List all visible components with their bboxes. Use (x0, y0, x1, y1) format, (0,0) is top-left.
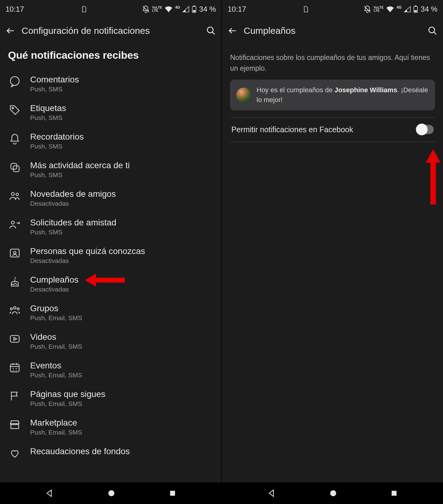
status-bar: 10:17 VoLTELTE 4G 34 % (0, 0, 222, 18)
svg-point-4 (10, 77, 19, 85)
row-marketplace[interactable]: MarketplacePush, Email, SMS (8, 412, 214, 441)
svg-rect-25 (392, 491, 397, 496)
avatar (236, 88, 251, 102)
row-recordatorios[interactable]: RecordatoriosPush, SMS (8, 126, 214, 155)
content: Qué notificaciones recibes ComentariosPu… (0, 43, 222, 482)
row-title: Solicitudes de amistad (30, 217, 214, 228)
nav-home-icon[interactable] (107, 489, 115, 497)
row-videos[interactable]: VideosPush, Email, SMS (8, 327, 214, 355)
status-time: 10:17 (228, 5, 246, 14)
svg-point-12 (14, 251, 16, 254)
page-title: Configuración de notificaciones (22, 26, 200, 36)
row-title: Cumpleaños (30, 274, 214, 285)
row-title: Videos (30, 331, 214, 342)
copy-icon (8, 161, 22, 174)
row-sub: Push, SMS (30, 85, 214, 93)
toggle-switch[interactable] (417, 125, 434, 134)
nav-recent-icon[interactable] (390, 490, 398, 497)
nav-bar (0, 482, 222, 504)
row-cumpleanos[interactable]: CumpleañosDesactivadas (8, 269, 214, 298)
memory-card-icon (81, 6, 87, 13)
memory-card-icon (303, 6, 309, 13)
row-sub: Push, Email, SMS (30, 343, 214, 350)
row-sub: Push, SMS (30, 171, 214, 179)
svg-point-8 (11, 192, 14, 196)
svg-point-14 (10, 308, 12, 310)
svg-rect-19 (170, 491, 175, 496)
row-sub: Desactivadas (30, 286, 214, 293)
svg-rect-16 (10, 335, 19, 342)
row-etiquetas[interactable]: EtiquetasPush, SMS (8, 98, 214, 126)
svg-rect-21 (415, 6, 417, 6)
row-eventos[interactable]: EventosPush, Email, SMS (8, 355, 214, 384)
svg-rect-11 (10, 249, 19, 257)
people-you-may-know-icon (8, 246, 22, 260)
search-icon[interactable] (206, 26, 216, 36)
signal-icon (404, 6, 411, 12)
header: Cumpleaños (222, 18, 443, 43)
row-title: Páginas que sigues (30, 389, 214, 399)
row-title: Eventos (30, 360, 214, 371)
row-sub: Push, Email, SMS (30, 429, 214, 436)
svg-point-10 (11, 221, 14, 224)
row-mas-actividad[interactable]: Más actividad acerca de tiPush, SMS (8, 155, 214, 184)
flag-icon (8, 389, 22, 403)
row-solicitudes-amistad[interactable]: Solicitudes de amistadPush, SMS (8, 212, 214, 241)
row-title: Recaudaciones de fondos (30, 446, 214, 457)
svg-rect-17 (10, 364, 19, 372)
toggle-allow-notifications[interactable]: Permitir notificaciones en Facebook (230, 117, 435, 142)
back-icon[interactable] (228, 26, 237, 36)
nav-back-icon[interactable] (45, 489, 54, 498)
screen-notification-settings: 10:17 VoLTELTE 4G 34 % (0, 0, 222, 504)
row-title: Recordatorios (30, 131, 214, 142)
search-icon[interactable] (428, 26, 437, 36)
signal-icon (182, 6, 189, 12)
header: Configuración de notificaciones (0, 18, 222, 43)
row-recaudaciones[interactable]: Recaudaciones de fondos (8, 441, 214, 465)
example-notification: Hoy es el cumpleaños de Josephine Willia… (230, 80, 435, 110)
row-comentarios[interactable]: ComentariosPush, SMS (8, 69, 214, 98)
svg-point-5 (12, 107, 14, 109)
description-text: Notificaciones sobre los cumpleaños de t… (230, 52, 435, 73)
svg-point-13 (14, 307, 16, 309)
row-sub: Desactivadas (30, 257, 214, 264)
svg-point-23 (429, 27, 435, 33)
battery-icon (413, 6, 418, 13)
status-bar: 10:17 VoLTELTE 4G 34 % (222, 0, 443, 18)
row-sub: Push, SMS (30, 114, 214, 121)
row-title: Marketplace (30, 417, 214, 428)
svg-point-3 (207, 27, 213, 33)
cake-icon (8, 275, 22, 288)
row-sub: Push, Email, SMS (30, 400, 214, 407)
section-title: Qué notificaciones recibes (8, 49, 214, 61)
row-title: Grupos (30, 303, 214, 314)
nav-recent-icon[interactable] (169, 490, 176, 497)
row-title: Novedades de amigos (30, 189, 214, 199)
friend-request-icon (8, 218, 22, 231)
row-personas-conozcas[interactable]: Personas que quizá conozcasDesactivadas (8, 241, 214, 269)
page-title: Cumpleaños (244, 26, 421, 36)
tutorial-arrow-icon (424, 149, 442, 204)
svg-rect-22 (414, 10, 417, 12)
friends-icon (8, 189, 22, 203)
content: Notificaciones sobre los cumpleaños de t… (222, 43, 443, 482)
battery-percent: 34 % (199, 5, 216, 14)
bell-off-icon (363, 5, 371, 13)
row-title: Etiquetas (30, 103, 214, 113)
example-text: Hoy es el cumpleaños de Josephine Willia… (257, 85, 429, 105)
svg-point-9 (16, 193, 18, 196)
row-paginas[interactable]: Páginas que siguesPush, Email, SMS (8, 384, 214, 412)
volte-indicator: VoLTELTE (152, 6, 162, 12)
row-novedades-amigos[interactable]: Novedades de amigosDesactivadas (8, 184, 214, 212)
row-grupos[interactable]: GruposPush, Email, SMS (8, 298, 214, 327)
network-4g-label: 4G (175, 5, 180, 10)
row-title: Más actividad acerca de ti (30, 160, 214, 171)
row-sub: Push, Email, SMS (30, 371, 214, 379)
row-title: Personas que quizá conozcas (30, 246, 214, 256)
status-time: 10:17 (6, 5, 24, 14)
back-icon[interactable] (6, 26, 15, 36)
nav-home-icon[interactable] (329, 489, 337, 497)
nav-back-icon[interactable] (267, 489, 276, 498)
row-title: Comentarios (30, 74, 214, 85)
comment-icon (8, 75, 22, 88)
